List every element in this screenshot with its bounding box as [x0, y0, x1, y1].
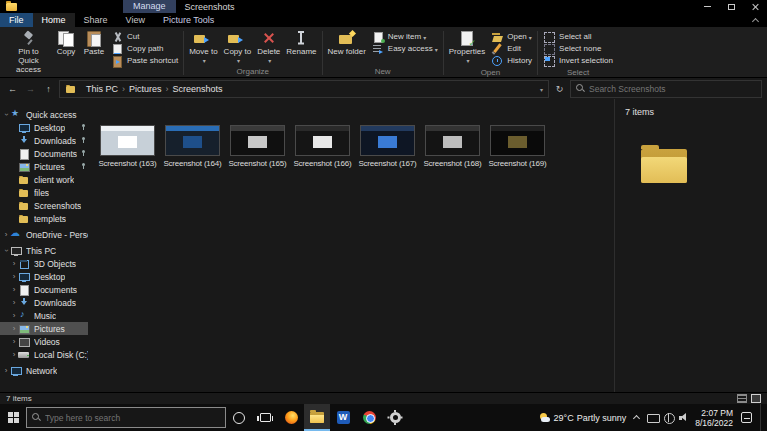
tab-picture-tools[interactable]: Picture Tools — [154, 13, 223, 27]
tab-view[interactable]: View — [117, 13, 154, 27]
sidebar-item-videos[interactable]: Videos — [0, 335, 88, 348]
sidebar-item-client-work[interactable]: client work — [0, 173, 88, 186]
file-item[interactable]: Screenshot (166) — [291, 125, 354, 168]
taskbar-app-firefox[interactable] — [278, 404, 304, 431]
ribbon-button-open[interactable]: Open — [488, 31, 535, 43]
chevron-icon[interactable] — [10, 272, 18, 281]
forward-button[interactable] — [23, 84, 38, 94]
up-button[interactable] — [41, 84, 56, 94]
chevron-icon[interactable] — [2, 246, 10, 255]
ribbon-button-copy-path[interactable]: Copy path — [108, 43, 181, 55]
ribbon-button-easy-access[interactable]: Easy access — [369, 43, 441, 55]
ribbon-button-history[interactable]: History — [488, 55, 535, 67]
ribbon-button-select-none[interactable]: Select none — [540, 43, 616, 55]
sidebar-item-files[interactable]: files — [0, 186, 88, 199]
breadcrumb-segment-pictures[interactable]: Pictures — [126, 84, 165, 94]
back-button[interactable] — [5, 84, 20, 94]
ribbon-button-pin-to-quick-access[interactable]: Pin to Quick access — [5, 29, 52, 74]
sidebar-item-desktop[interactable]: Desktop — [0, 270, 88, 283]
folder-search-box[interactable] — [570, 80, 762, 98]
minimize-button[interactable] — [695, 0, 719, 13]
chevron-icon[interactable] — [10, 285, 18, 294]
chevron-up-icon[interactable] — [631, 412, 642, 423]
taskbar-app-settings[interactable] — [382, 404, 408, 431]
chevron-icon[interactable] — [10, 337, 18, 346]
file-item[interactable]: Screenshot (168) — [421, 125, 484, 168]
globe-network-icon[interactable] — [663, 412, 674, 423]
taskbar-app-cortana[interactable] — [226, 404, 252, 431]
volume-icon[interactable] — [679, 412, 690, 423]
sidebar-item-pictures[interactable]: Pictures — [0, 322, 88, 335]
chevron-icon[interactable] — [10, 311, 18, 320]
ribbon-button-invert-selection[interactable]: Invert selection — [540, 55, 616, 67]
thumbnail-view-icon[interactable] — [751, 394, 761, 403]
sidebar-item-documents[interactable]: Documents — [0, 283, 88, 296]
show-desktop-button[interactable] — [760, 404, 764, 431]
ribbon-button-paste[interactable]: Paste — [80, 29, 108, 56]
chevron-icon[interactable] — [10, 324, 18, 333]
ribbon-button-move-to[interactable]: Move to — [186, 29, 220, 65]
sidebar-item-documents[interactable]: Documents — [0, 147, 88, 160]
refresh-button[interactable] — [552, 84, 567, 94]
file-item[interactable]: Screenshot (165) — [226, 125, 289, 168]
details-view-icon[interactable] — [737, 394, 747, 403]
ribbon-button-select-all[interactable]: Select all — [540, 31, 616, 43]
ribbon-button-new-item[interactable]: New item — [369, 31, 441, 43]
chevron-icon[interactable] — [10, 350, 18, 359]
taskbar-app-word[interactable] — [330, 404, 356, 431]
sidebar-section-quick-access[interactable]: Quick access — [0, 108, 88, 121]
breadcrumb-segment-screenshots[interactable]: Screenshots — [170, 84, 226, 94]
sidebar-item-pictures[interactable]: Pictures — [0, 160, 88, 173]
sidebar-item-templets[interactable]: templets — [0, 212, 88, 225]
contextual-tab-manage[interactable]: Manage — [123, 0, 176, 13]
close-button[interactable] — [743, 0, 767, 13]
breadcrumb[interactable]: This PCPicturesScreenshots — [59, 80, 549, 98]
ribbon-button-properties[interactable]: Properties — [446, 29, 488, 65]
file-item[interactable]: Screenshot (169) — [486, 125, 549, 168]
file-item[interactable]: Screenshot (163) — [96, 125, 159, 168]
ribbon-button-edit[interactable]: Edit — [488, 43, 535, 55]
touch-keyboard-icon[interactable] — [647, 412, 658, 423]
chevron-icon[interactable] — [2, 110, 10, 119]
file-list-area[interactable]: Screenshot (163)Screenshot (164)Screensh… — [88, 99, 614, 392]
tab-file[interactable]: File — [0, 13, 33, 27]
file-item[interactable]: Screenshot (164) — [161, 125, 224, 168]
chevron-icon[interactable] — [2, 366, 10, 375]
sidebar-item-downloads[interactable]: Downloads — [0, 134, 88, 147]
sidebar-section-onedrive-personal[interactable]: OneDrive - Personal — [0, 228, 88, 241]
taskbar-search-box[interactable] — [26, 407, 226, 428]
taskbar-app-file-explorer[interactable] — [304, 404, 330, 431]
sidebar-item-local-disk-c[interactable]: Local Disk (C:) — [0, 348, 88, 361]
tab-share[interactable]: Share — [75, 13, 117, 27]
sidebar-section-this-pc[interactable]: This PC — [0, 244, 88, 257]
ribbon-button-cut[interactable]: Cut — [108, 31, 181, 43]
ribbon-button-copy-to[interactable]: Copy to — [221, 29, 255, 65]
ribbon-button-rename[interactable]: Rename — [283, 29, 319, 56]
taskbar-weather[interactable]: 29°C Partly sunny — [539, 413, 627, 423]
sidebar-item-downloads[interactable]: Downloads — [0, 296, 88, 309]
tab-home[interactable]: Home — [33, 13, 75, 27]
file-item[interactable]: Screenshot (167) — [356, 125, 419, 168]
sidebar-item-screenshots[interactable]: Screenshots — [0, 199, 88, 212]
chevron-icon[interactable] — [2, 230, 10, 239]
sidebar-section-network[interactable]: Network — [0, 364, 88, 377]
maximize-button[interactable] — [719, 0, 743, 13]
breadcrumb-segment-this-pc[interactable]: This PC — [83, 84, 121, 94]
action-center-icon[interactable] — [741, 412, 752, 423]
taskbar-app-chrome[interactable] — [356, 404, 382, 431]
chevron-icon[interactable] — [10, 298, 18, 307]
taskbar-search-input[interactable] — [45, 413, 220, 423]
ribbon-button-copy[interactable]: Copy — [52, 29, 80, 56]
taskbar-clock[interactable]: 2:07 PM 8/16/2022 — [695, 408, 733, 428]
start-button[interactable] — [0, 404, 26, 431]
address-dropdown-icon[interactable] — [540, 84, 543, 94]
ribbon-button-paste-shortcut[interactable]: Paste shortcut — [108, 55, 181, 67]
folder-search-input[interactable] — [589, 84, 756, 94]
sidebar-item-3d-objects[interactable]: 3D Objects — [0, 257, 88, 270]
ribbon-button-new-folder[interactable]: New folder — [325, 29, 369, 56]
ribbon-button-delete[interactable]: Delete — [254, 29, 283, 65]
ribbon-collapse-icon[interactable] — [752, 17, 759, 24]
sidebar-item-desktop[interactable]: Desktop — [0, 121, 88, 134]
sidebar-item-music[interactable]: Music — [0, 309, 88, 322]
chevron-icon[interactable] — [10, 259, 18, 268]
